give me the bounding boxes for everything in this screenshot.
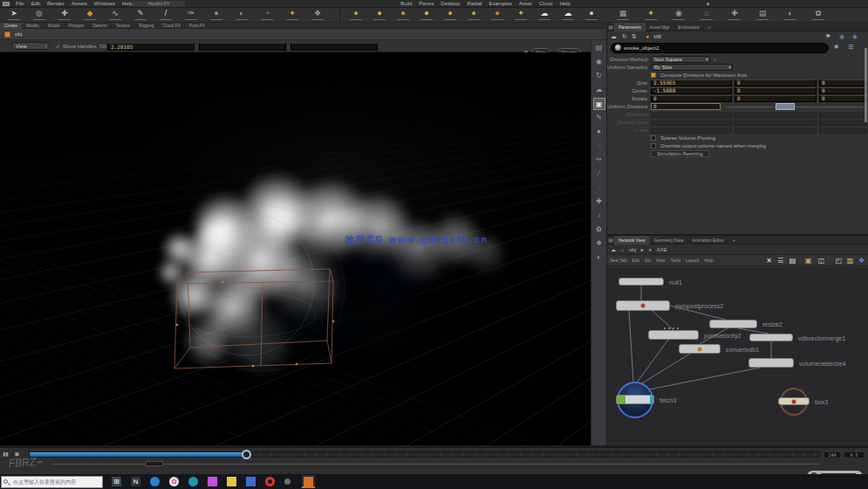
shelf-tool-curve-tool-icon[interactable]: ∿ [105, 8, 126, 23]
param-field[interactable]: 0 [819, 87, 867, 94]
shelf-tool-shade-icon[interactable]: ◐ [231, 8, 252, 23]
cut-icon[interactable]: ✕ [764, 256, 774, 265]
param-checkbox[interactable] [651, 135, 656, 141]
param-field[interactable] [735, 119, 817, 126]
new-tab-button[interactable]: + [704, 23, 715, 31]
network-node-null1[interactable] [619, 278, 664, 286]
browser-icon[interactable] [150, 477, 160, 486]
param-field[interactable] [651, 119, 732, 126]
tab-network-view[interactable]: Network View [614, 236, 649, 244]
menu-item-render[interactable]: Render [47, 0, 65, 8]
shelf-tool-layers-icon[interactable]: ▤ [752, 8, 773, 23]
param-field[interactable] [819, 111, 867, 118]
transform-field-z[interactable] [290, 43, 378, 51]
shelf-tool-plus-tool-icon[interactable]: ✚ [724, 8, 745, 23]
gray-app-icon[interactable] [284, 479, 290, 485]
shelf-tab-pyro-fx[interactable]: Pyro FX [185, 23, 209, 29]
menu-item-cloud[interactable]: Cloud [539, 0, 553, 8]
shelf-tab-modify[interactable]: Modify [22, 23, 44, 29]
menu-item-panes[interactable]: Panes [419, 0, 434, 8]
search-input[interactable] [1, 476, 103, 488]
app-icon[interactable] [3, 2, 10, 6]
opera-icon[interactable] [265, 477, 275, 486]
tab-animation-editor[interactable]: Animation Editor [687, 236, 728, 244]
network-menu-tools[interactable]: Tools [670, 255, 680, 266]
shelf-tab-deform[interactable]: Deform [88, 23, 111, 29]
frame-end-field[interactable]: 240 [824, 451, 841, 458]
param-select[interactable]: By Size [651, 64, 733, 71]
param-checkbox[interactable] [651, 143, 656, 148]
shelf-tool-bonfire-icon[interactable]: ● [416, 8, 437, 23]
shelf-tool-add-icon[interactable]: ✚ [54, 8, 75, 23]
rotate-view-icon[interactable]: ↻ [593, 70, 605, 82]
note-tool-icon[interactable]: ♪ [593, 210, 605, 222]
ghost-display-icon[interactable]: ◌ [593, 140, 605, 152]
network-node-convertvdb1[interactable] [679, 344, 721, 354]
network-node-pyropostprocess2[interactable] [616, 300, 670, 311]
shelf-tool-sphere-tool-icon[interactable]: ● [206, 8, 227, 23]
dot-tool-icon[interactable]: · [593, 182, 605, 194]
shelf-tool-fireball-icon[interactable]: ● [393, 8, 413, 23]
shelf-tool-wall-of-fire-icon[interactable]: ● [440, 8, 461, 23]
shelf-tab-polygon[interactable]: Polygon [64, 23, 88, 29]
add-tool-icon[interactable]: ✚ [593, 196, 605, 208]
refresh-icon[interactable]: ↻ [622, 31, 627, 42]
cloud-display-icon[interactable]: ☁ [593, 84, 605, 96]
shelf-tool-select-arrow-icon[interactable]: ➤ [3, 8, 24, 23]
menu-icon[interactable]: ☰ [848, 42, 853, 52]
shelf-tab-cloud-fx[interactable]: Cloud FX [158, 23, 185, 29]
shelf-tool-dry-ice-icon[interactable]: ● [369, 8, 390, 23]
param-checkbox[interactable] [651, 72, 656, 78]
list-icon[interactable]: ☰ [776, 256, 785, 265]
network-node-volumerasterize4[interactable] [748, 358, 794, 368]
menu-item-asset[interactable]: Asset [519, 0, 532, 8]
menu-item-radial[interactable]: Radial [467, 0, 482, 8]
network-menu-go[interactable]: Go [645, 255, 651, 266]
pyro-domain-box[interactable] [174, 269, 333, 368]
shelf-tool-flower-tool-icon[interactable]: ✿ [808, 8, 829, 23]
menu-item-examples[interactable]: Examples [489, 0, 511, 8]
magenta-app-icon[interactable] [208, 477, 217, 486]
image-icon[interactable]: ▣ [803, 256, 813, 265]
chat-icon[interactable]: ❖ [857, 256, 866, 265]
tab-parameters[interactable]: Parameters [614, 23, 646, 31]
network-crumb[interactable]: obj [629, 247, 636, 252]
save-icon[interactable]: ▥ [845, 256, 855, 265]
network-menu-help[interactable]: Help [704, 255, 713, 266]
network-node-fetch3[interactable] [616, 395, 654, 404]
menu-item-windows[interactable]: Windows [94, 0, 115, 8]
param-field[interactable]: -1.5888 [651, 87, 732, 94]
yellow-app-icon[interactable] [227, 477, 236, 486]
menu-item-assets[interactable]: Assets [72, 0, 87, 8]
network-path-row[interactable]: ☁ ⌂ obj ▸ ● AXE [607, 244, 868, 255]
shelf-tool-half-sphere-icon[interactable]: ◐ [780, 8, 801, 23]
param-select[interactable]: Non Square [651, 56, 710, 63]
flag-icon[interactable]: ⚑ [825, 31, 830, 42]
param-slider-handle[interactable] [776, 103, 795, 110]
param-field[interactable]: 0 [735, 87, 817, 94]
pane-menu-icon[interactable]: ▤ [607, 237, 614, 243]
blue-app-icon[interactable] [246, 477, 256, 486]
shelf-tool-cloud-rig-icon[interactable]: ☁ [557, 8, 578, 23]
export-icon[interactable]: ◰ [834, 256, 844, 265]
menu-item-build[interactable]: Build [400, 0, 412, 8]
node-name-field[interactable]: smoke_object2 [611, 43, 829, 53]
target-view-icon[interactable]: ◉ [593, 56, 605, 68]
shelf-tool-knife-icon[interactable]: / [155, 8, 176, 23]
shelf-tool-flames-icon[interactable]: ● [463, 8, 484, 23]
shelf-tool-spark-icon[interactable]: ✦ [282, 8, 303, 23]
param-field[interactable] [819, 119, 867, 126]
help-icon[interactable]: ◉ [852, 31, 858, 42]
shelf-tool-billowy-smoke-icon[interactable]: ● [345, 8, 366, 23]
viewport-3d[interactable]: 技艺CG www.qdnxxfb.cn [0, 52, 591, 447]
shelf-tool-sparks-icon[interactable]: ✦ [510, 8, 531, 23]
slash-tool-icon[interactable]: ∕ [593, 168, 605, 180]
nodes-display-icon[interactable]: ❖ [593, 238, 605, 250]
menu-item-help[interactable]: Help [559, 0, 570, 8]
param-field[interactable]: 0 [651, 95, 732, 102]
param-button[interactable]: Simulation Resizing [651, 150, 709, 157]
pin-icon[interactable]: ◉ [839, 31, 844, 42]
transform-field-y[interactable] [199, 43, 286, 51]
checkmark-icon[interactable]: ✓ [56, 43, 60, 49]
flower-app-icon[interactable]: ✿ [169, 477, 179, 486]
